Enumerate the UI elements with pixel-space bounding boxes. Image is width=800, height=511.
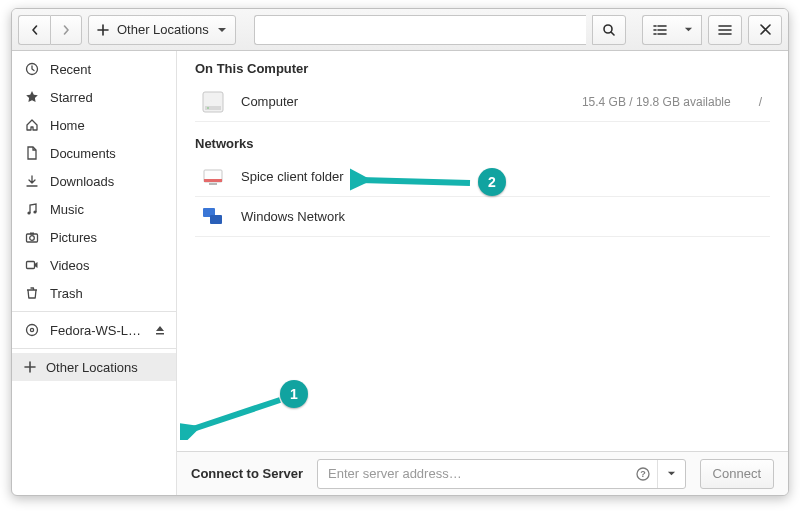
search-button[interactable]	[592, 15, 626, 45]
home-icon	[24, 117, 40, 133]
sidebar-item-label: Trash	[50, 286, 83, 301]
svg-point-2	[27, 211, 30, 214]
sidebar-item-downloads[interactable]: Downloads	[12, 167, 176, 195]
forward-button[interactable]	[50, 15, 82, 45]
nav-group	[18, 15, 82, 45]
network-icon	[199, 203, 227, 231]
sidebar-item-recent[interactable]: Recent	[12, 55, 176, 83]
plus-icon	[24, 361, 36, 373]
sidebar-item-home[interactable]: Home	[12, 111, 176, 139]
headerbar: Other Locations	[12, 9, 788, 51]
chevron-down-icon	[684, 25, 693, 34]
chevron-down-icon	[217, 25, 227, 35]
svg-rect-17	[210, 215, 222, 224]
harddisk-icon	[199, 88, 227, 116]
sidebar-item-music[interactable]: Music	[12, 195, 176, 223]
svg-point-9	[30, 328, 33, 331]
main-pane: On This Computer Computer 15.4 GB / 19.8…	[177, 51, 788, 495]
remote-folder-icon	[199, 163, 227, 191]
chevron-down-icon	[667, 469, 676, 478]
chevron-right-icon	[61, 25, 71, 35]
star-icon	[24, 89, 40, 105]
sidebar-item-starred[interactable]: Starred	[12, 83, 176, 111]
document-icon	[24, 145, 40, 161]
svg-rect-6	[30, 233, 34, 235]
row-computer[interactable]: Computer 15.4 GB / 19.8 GB available /	[195, 82, 770, 122]
list-icon	[653, 24, 667, 36]
disc-icon	[24, 322, 40, 338]
svg-point-12	[207, 107, 209, 109]
svg-text:?: ?	[640, 469, 646, 479]
eject-icon	[154, 324, 166, 336]
path-label: Other Locations	[117, 22, 209, 37]
view-options-dropdown[interactable]	[676, 15, 702, 45]
search-icon	[602, 23, 616, 37]
connect-button[interactable]: Connect	[700, 459, 774, 489]
sidebar-item-label: Home	[50, 118, 85, 133]
hamburger-icon	[718, 24, 732, 36]
sidebar-item-videos[interactable]: Videos	[12, 251, 176, 279]
music-icon	[24, 201, 40, 217]
svg-rect-7	[27, 262, 35, 269]
server-history-dropdown[interactable]	[657, 460, 685, 488]
close-icon	[760, 24, 771, 35]
sidebar-item-label: Pictures	[50, 230, 97, 245]
row-spice-client-folder[interactable]: Spice client folder	[195, 157, 770, 197]
svg-point-3	[33, 210, 36, 213]
sidebar-item-other-locations[interactable]: Other Locations	[12, 353, 176, 381]
sidebar-item-label: Starred	[50, 90, 93, 105]
back-button[interactable]	[18, 15, 50, 45]
plus-icon	[97, 24, 109, 36]
clock-icon	[24, 61, 40, 77]
row-name: Windows Network	[241, 209, 345, 224]
sidebar-device-fedora[interactable]: Fedora-WS-L…	[12, 316, 176, 344]
svg-point-8	[27, 325, 38, 336]
sidebar-item-pictures[interactable]: Pictures	[12, 223, 176, 251]
row-path: /	[759, 95, 762, 109]
sidebar: Recent Starred Home Documents Downloads …	[12, 51, 177, 495]
svg-point-5	[30, 236, 35, 241]
row-meta: 15.4 GB / 19.8 GB available	[582, 95, 731, 109]
sidebar-item-label: Music	[50, 202, 84, 217]
sidebar-item-label: Videos	[50, 258, 90, 273]
row-name: Spice client folder	[241, 169, 344, 184]
path-bar[interactable]: Other Locations	[88, 15, 236, 45]
section-title-computer: On This Computer	[195, 61, 770, 76]
address-bar[interactable]	[254, 15, 586, 45]
server-address-input[interactable]	[318, 466, 629, 481]
eject-button[interactable]	[154, 324, 166, 336]
sidebar-item-label: Fedora-WS-L…	[50, 323, 141, 338]
row-windows-network[interactable]: Windows Network	[195, 197, 770, 237]
help-button[interactable]: ?	[629, 460, 657, 488]
svg-rect-15	[209, 183, 217, 185]
chevron-left-icon	[30, 25, 40, 35]
trash-icon	[24, 285, 40, 301]
download-icon	[24, 173, 40, 189]
file-manager-window: Other Locations	[11, 8, 789, 496]
sidebar-item-label: Documents	[50, 146, 116, 161]
list-view-button[interactable]	[642, 15, 676, 45]
connect-to-server-bar: Connect to Server ? Connect	[177, 451, 788, 495]
view-options-group	[642, 15, 702, 45]
section-title-networks: Networks	[195, 136, 770, 151]
connect-label: Connect to Server	[191, 466, 303, 481]
close-button[interactable]	[748, 15, 782, 45]
sidebar-item-label: Recent	[50, 62, 91, 77]
video-icon	[24, 257, 40, 273]
sidebar-item-label: Downloads	[50, 174, 114, 189]
row-name: Computer	[241, 94, 298, 109]
sidebar-item-label: Other Locations	[46, 360, 138, 375]
svg-rect-14	[204, 179, 222, 182]
camera-icon	[24, 229, 40, 245]
server-address-field-wrap: ?	[317, 459, 686, 489]
sidebar-item-trash[interactable]: Trash	[12, 279, 176, 307]
question-icon: ?	[636, 467, 650, 481]
sidebar-item-documents[interactable]: Documents	[12, 139, 176, 167]
hamburger-menu-button[interactable]	[708, 15, 742, 45]
